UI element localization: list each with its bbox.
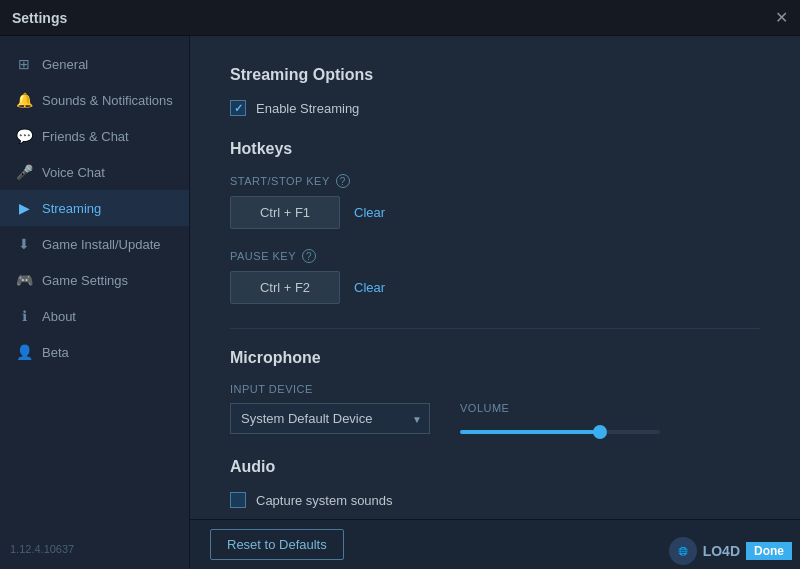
sidebar: ⊞General🔔Sounds & Notifications💬Friends … <box>0 36 190 569</box>
sidebar-item-label: Game Install/Update <box>42 237 161 252</box>
streaming-icon: ▶ <box>16 200 32 216</box>
sidebar-item-label: Game Settings <box>42 273 128 288</box>
streaming-options-title: Streaming Options <box>230 66 760 84</box>
pause-key-label: PAUSE KEY ? <box>230 249 760 263</box>
sidebar-item-streaming[interactable]: ▶Streaming <box>0 190 189 226</box>
input-device-group: INPUT DEVICE System Default DeviceMicrop… <box>230 383 430 434</box>
input-device-label: INPUT DEVICE <box>230 383 430 395</box>
sidebar-item-label: Beta <box>42 345 69 360</box>
title-bar: Settings ✕ <box>0 0 800 36</box>
input-device-select[interactable]: System Default DeviceMicrophone (Realtek… <box>230 403 430 434</box>
start-stop-key-label: START/STOP KEY ? <box>230 174 760 188</box>
sidebar-item-label: Streaming <box>42 201 101 216</box>
start-stop-help-icon[interactable]: ? <box>336 174 350 188</box>
sidebar-item-label: Sounds & Notifications <box>42 93 173 108</box>
watermark-logo-icon: 🌐 <box>669 537 697 565</box>
general-icon: ⊞ <box>16 56 32 72</box>
divider-1 <box>230 328 760 329</box>
hotkeys-title: Hotkeys <box>230 140 760 158</box>
game-settings-icon: 🎮 <box>16 272 32 288</box>
capture-sounds-row: Capture system sounds <box>230 492 760 508</box>
version-label: 1.12.4.10637 <box>10 543 74 555</box>
watermark-brand: LO4D <box>703 543 740 559</box>
window-title: Settings <box>12 10 67 26</box>
start-stop-key-group: START/STOP KEY ? Ctrl + F1 Clear <box>230 174 760 229</box>
voice-chat-icon: 🎤 <box>16 164 32 180</box>
capture-sounds-label: Capture system sounds <box>256 493 393 508</box>
hotkeys-section: Hotkeys START/STOP KEY ? Ctrl + F1 Clear… <box>230 140 760 304</box>
volume-slider-fill <box>460 430 600 434</box>
sidebar-item-game-install-update[interactable]: ⬇Game Install/Update <box>0 226 189 262</box>
content-area: Streaming Options Enable Streaming Hotke… <box>190 36 800 569</box>
sidebar-item-friends-chat[interactable]: 💬Friends & Chat <box>0 118 189 154</box>
enable-streaming-label: Enable Streaming <box>256 101 359 116</box>
audio-title: Audio <box>230 458 760 476</box>
friends-chat-icon: 💬 <box>16 128 32 144</box>
pause-key-row: Ctrl + F2 Clear <box>230 271 760 304</box>
watermark: 🌐 LO4D Done <box>669 537 792 565</box>
enable-streaming-row: Enable Streaming <box>230 100 760 116</box>
sidebar-item-sounds-notifications[interactable]: 🔔Sounds & Notifications <box>0 82 189 118</box>
sidebar-item-game-settings[interactable]: 🎮Game Settings <box>0 262 189 298</box>
about-icon: ℹ <box>16 308 32 324</box>
sidebar-item-label: Friends & Chat <box>42 129 129 144</box>
sidebar-item-about[interactable]: ℹAbout <box>0 298 189 334</box>
start-stop-clear-link[interactable]: Clear <box>354 205 385 220</box>
capture-sounds-checkbox[interactable] <box>230 492 246 508</box>
game-install-update-icon: ⬇ <box>16 236 32 252</box>
reset-defaults-button[interactable]: Reset to Defaults <box>210 529 344 560</box>
pause-key-button[interactable]: Ctrl + F2 <box>230 271 340 304</box>
sidebar-item-label: General <box>42 57 88 72</box>
volume-slider-thumb[interactable] <box>593 425 607 439</box>
streaming-options-section: Streaming Options Enable Streaming <box>230 66 760 116</box>
sidebar-item-label: Voice Chat <box>42 165 105 180</box>
pause-key-help-icon[interactable]: ? <box>302 249 316 263</box>
input-device-select-wrapper: System Default DeviceMicrophone (Realtek… <box>230 403 430 434</box>
input-volume-row: INPUT DEVICE System Default DeviceMicrop… <box>230 383 760 434</box>
volume-slider-track[interactable] <box>460 430 660 434</box>
microphone-title: Microphone <box>230 349 760 367</box>
beta-icon: 👤 <box>16 344 32 360</box>
main-container: ⊞General🔔Sounds & Notifications💬Friends … <box>0 36 800 569</box>
sidebar-item-voice-chat[interactable]: 🎤Voice Chat <box>0 154 189 190</box>
watermark-done: Done <box>746 542 792 560</box>
close-button[interactable]: ✕ <box>775 8 788 27</box>
audio-section: Audio Capture system sounds <box>230 458 760 508</box>
start-stop-key-button[interactable]: Ctrl + F1 <box>230 196 340 229</box>
microphone-section: Microphone INPUT DEVICE System Default D… <box>230 349 760 434</box>
sounds-notifications-icon: 🔔 <box>16 92 32 108</box>
enable-streaming-checkbox[interactable] <box>230 100 246 116</box>
start-stop-key-row: Ctrl + F1 Clear <box>230 196 760 229</box>
pause-key-clear-link[interactable]: Clear <box>354 280 385 295</box>
sidebar-item-beta[interactable]: 👤Beta <box>0 334 189 370</box>
volume-label: VOLUME <box>460 402 660 414</box>
pause-key-group: PAUSE KEY ? Ctrl + F2 Clear <box>230 249 760 304</box>
sidebar-item-general[interactable]: ⊞General <box>0 46 189 82</box>
sidebar-item-label: About <box>42 309 76 324</box>
volume-group: VOLUME <box>460 402 660 434</box>
